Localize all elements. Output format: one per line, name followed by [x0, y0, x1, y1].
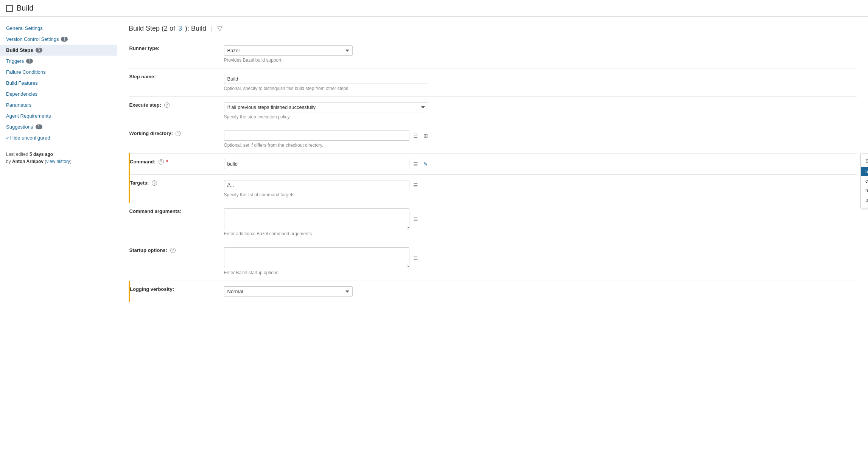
command-copy-icon[interactable]: ☰: [412, 160, 420, 168]
sidebar-hide-unconfigured[interactable]: « Hide unconfigured: [0, 132, 117, 143]
sidebar-item-label: Agent Requirements: [6, 113, 51, 119]
popup-label: Select command:: [861, 157, 868, 167]
page-title: Build: [17, 4, 33, 12]
execute-step-help-icon[interactable]: ?: [164, 102, 170, 108]
command-arguments-input[interactable]: [224, 208, 409, 229]
startup-options-label: Startup options: ?: [129, 242, 224, 281]
startup-options-value: ☰ Enter Bazel startup options.: [224, 242, 857, 281]
command-required-star: *: [166, 159, 168, 165]
command-arguments-copy-icon[interactable]: ☰: [412, 215, 420, 223]
runner-type-label: Runner type:: [129, 40, 224, 68]
execute-step-hint: Specify the step execution policy.: [224, 114, 857, 120]
command-arguments-hint: Enter additional Bazel command arguments…: [224, 231, 857, 236]
command-label: Command: ? *: [129, 154, 224, 175]
sidebar-footer: Last edited 5 days ago by Anton Arhipov …: [0, 143, 117, 168]
logging-verbosity-select[interactable]: Normal Quiet Verbose Debug: [224, 286, 353, 297]
step-total-link[interactable]: 3: [178, 25, 182, 33]
targets-row: Targets: ? ☰ Specify the list of command…: [129, 175, 857, 203]
targets-help-icon[interactable]: ?: [152, 180, 157, 186]
working-directory-row: Working directory: ? ☰ ⊞ Optional, set i…: [129, 125, 857, 154]
logging-verbosity-label: Logging verbosity:: [129, 281, 224, 302]
command-input[interactable]: [224, 159, 409, 169]
startup-options-copy-icon[interactable]: ☰: [412, 254, 420, 262]
command-option-test[interactable]: test: [861, 195, 868, 205]
runner-type-select[interactable]: Bazel Maven Gradle Ant Command Line MSBu…: [224, 45, 353, 56]
sidebar-item-suggestions[interactable]: Suggestions1: [0, 121, 117, 132]
sidebar-item-dependencies[interactable]: Dependencies: [0, 89, 117, 99]
working-directory-input[interactable]: [224, 130, 409, 141]
working-directory-value: ☰ ⊞ Optional, set if differs from the ch…: [224, 125, 857, 154]
command-arguments-row: Command arguments: ☰ Enter additional Ba…: [129, 203, 857, 242]
sidebar-item-label: Build Features: [6, 80, 38, 86]
sidebar-item-build-steps[interactable]: Build Steps3: [0, 45, 117, 56]
targets-copy-icon[interactable]: ☰: [412, 182, 420, 189]
command-option-build[interactable]: build: [861, 167, 868, 176]
main-layout: General SettingsVersion Control Settings…: [0, 17, 868, 453]
sidebar-item-label: Version Control Settings: [6, 36, 59, 42]
sidebar-item-label: Failure Conditions: [6, 69, 46, 75]
sidebar-item-label: Suggestions: [6, 124, 33, 130]
logging-verbosity-value: Normal Quiet Verbose Debug: [224, 281, 857, 302]
working-directory-tree-icon[interactable]: ⊞: [422, 132, 429, 140]
step-name-value: Optional, specify to distinguish this bu…: [224, 68, 857, 97]
targets-value: ☰ Specify the list of command targets.: [224, 175, 857, 203]
command-help-icon[interactable]: ?: [159, 159, 164, 165]
sidebar-item-build-features[interactable]: Build Features: [0, 78, 117, 89]
sidebar-badge: 1: [61, 37, 68, 42]
sidebar-item-label: Parameters: [6, 102, 31, 108]
startup-options-input[interactable]: [224, 247, 409, 268]
page-header: Build: [0, 0, 868, 17]
startup-options-hint: Enter Bazel startup options.: [224, 270, 857, 275]
working-directory-label: Working directory: ?: [129, 125, 224, 154]
targets-label: Targets: ?: [129, 175, 224, 203]
command-arguments-label: Command arguments:: [129, 203, 224, 242]
startup-options-help-icon[interactable]: ?: [170, 248, 176, 253]
command-option-clean[interactable]: clean: [861, 176, 868, 186]
build-icon: [6, 5, 13, 12]
command-option-run[interactable]: run: [861, 186, 868, 195]
step-name-row: Step name: Optional, specify to distingu…: [129, 68, 857, 97]
sidebar-item-parameters[interactable]: Parameters: [0, 99, 117, 110]
working-directory-help-icon[interactable]: ?: [176, 131, 181, 136]
sidebar-item-agent-requirements[interactable]: Agent Requirements: [0, 110, 117, 121]
command-select-popup: Select command: buildcleanruntest: [860, 154, 868, 208]
main-content: Build Step (2 of 3): Build | ▽ Runner ty…: [117, 17, 868, 453]
sidebar-item-label: Triggers: [6, 58, 24, 64]
build-step-form: Runner type: Bazel Maven Gradle Ant Comm…: [129, 40, 857, 302]
sidebar-badge: 1: [36, 124, 42, 129]
sidebar-badge: 1: [26, 59, 33, 64]
sidebar-item-version-control-settings[interactable]: Version Control Settings1: [0, 34, 117, 45]
sidebar-item-triggers[interactable]: Triggers1: [0, 56, 117, 67]
execute-step-row: Execute step: ? If all previous steps fi…: [129, 97, 857, 125]
logging-verbosity-row: Logging verbosity: Normal Quiet Verbose …: [129, 281, 857, 302]
build-step-title: Build Step (2 of 3): Build | ▽: [129, 24, 857, 33]
sidebar-item-label: Build Steps: [6, 47, 33, 53]
execute-step-value: If all previous steps finished successfu…: [224, 97, 857, 125]
sidebar: General SettingsVersion Control Settings…: [0, 17, 117, 453]
startup-options-row: Startup options: ? ☰ Enter Bazel startup…: [129, 242, 857, 281]
sidebar-badge: 3: [36, 48, 42, 53]
runner-type-value: Bazel Maven Gradle Ant Command Line MSBu…: [224, 40, 857, 68]
execute-step-select[interactable]: If all previous steps finished successfu…: [224, 102, 428, 112]
execute-step-label: Execute step: ?: [129, 97, 224, 125]
title-dropdown-icon[interactable]: ▽: [217, 24, 222, 33]
targets-input[interactable]: [224, 180, 409, 190]
runner-type-row: Runner type: Bazel Maven Gradle Ant Comm…: [129, 40, 857, 68]
command-value: ☰ ✎ Select command: buildcleanruntest: [224, 154, 857, 175]
step-name-hint: Optional, specify to distinguish this bu…: [224, 86, 857, 91]
runner-type-hint: Provides Bazel build support: [224, 57, 857, 63]
command-arguments-value: ☰ Enter additional Bazel command argumen…: [224, 203, 857, 242]
view-history-link[interactable]: view history: [46, 159, 70, 164]
step-name-input[interactable]: [224, 74, 428, 84]
command-row: Command: ? * ☰ ✎ Select command:: [129, 154, 857, 175]
command-edit-icon[interactable]: ✎: [422, 160, 429, 168]
working-directory-file-icon[interactable]: ☰: [412, 132, 420, 140]
step-name-label: Step name:: [129, 68, 224, 97]
sidebar-item-general-settings[interactable]: General Settings: [0, 23, 117, 34]
targets-hint: Specify the list of command targets.: [224, 192, 857, 197]
sidebar-item-failure-conditions[interactable]: Failure Conditions: [0, 67, 117, 78]
sidebar-item-label: General Settings: [6, 25, 43, 31]
working-directory-hint: Optional, set if differs from the checko…: [224, 143, 857, 148]
sidebar-item-label: Dependencies: [6, 91, 37, 97]
